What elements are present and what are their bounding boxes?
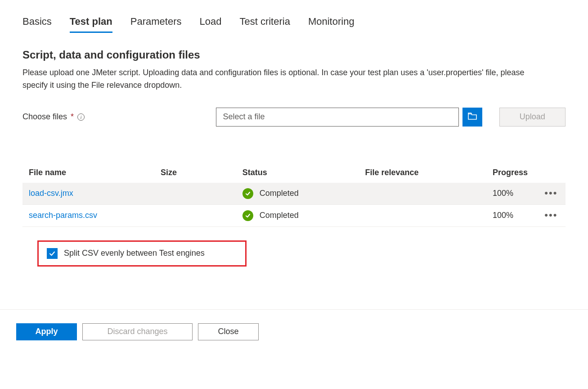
- status-text: Completed: [260, 211, 299, 220]
- file-relevance-cell: [359, 204, 479, 226]
- col-header-size[interactable]: Size: [154, 163, 236, 183]
- apply-button[interactable]: Apply: [16, 323, 77, 340]
- tab-test-criteria[interactable]: Test criteria: [239, 16, 290, 33]
- footer-actions: Apply Discard changes Close: [0, 310, 588, 354]
- folder-icon: [468, 112, 477, 122]
- info-icon[interactable]: i: [77, 113, 85, 121]
- file-link[interactable]: load-csv.jmx: [29, 189, 73, 198]
- split-csv-checkbox[interactable]: [47, 248, 58, 259]
- more-actions-button[interactable]: •••: [544, 187, 557, 199]
- table-header-row: File name Size Status File relevance Pro…: [22, 163, 566, 183]
- tab-load[interactable]: Load: [199, 16, 221, 33]
- col-header-actions: [538, 163, 566, 183]
- tab-basics[interactable]: Basics: [22, 16, 52, 33]
- col-header-status[interactable]: Status: [236, 163, 359, 183]
- file-size: [154, 183, 236, 205]
- split-csv-highlight: Split CSV evenly between Test engines: [37, 240, 247, 267]
- file-select-input[interactable]: [216, 108, 459, 127]
- status-cell: Completed: [242, 188, 299, 199]
- check-circle-icon: [242, 210, 253, 221]
- file-size: [154, 204, 236, 226]
- table-row: load-csv.jmx Completed 100% •••: [22, 183, 566, 205]
- upload-button: Upload: [499, 108, 566, 127]
- col-header-progress[interactable]: Progress: [479, 163, 538, 183]
- col-header-file-relevance[interactable]: File relevance: [359, 163, 479, 183]
- progress-cell: 100%: [479, 183, 538, 205]
- choose-files-label: Choose files * i: [22, 112, 212, 122]
- more-actions-button[interactable]: •••: [544, 209, 557, 221]
- split-csv-label: Split CSV evenly between Test engines: [64, 249, 205, 258]
- table-row: search-params.csv Completed 100% •••: [22, 204, 566, 226]
- required-asterisk: *: [71, 112, 74, 122]
- tabs-bar: Basics Test plan Parameters Load Test cr…: [0, 0, 588, 33]
- col-header-filename[interactable]: File name: [22, 163, 154, 183]
- files-table: File name Size Status File relevance Pro…: [22, 163, 566, 227]
- file-relevance-cell: [359, 183, 479, 205]
- close-button[interactable]: Close: [198, 323, 259, 340]
- check-circle-icon: [242, 188, 253, 199]
- status-cell: Completed: [242, 210, 299, 221]
- section-description: Please upload one JMeter script. Uploadi…: [22, 67, 549, 92]
- choose-files-label-text: Choose files: [22, 112, 67, 122]
- tab-test-plan[interactable]: Test plan: [70, 16, 112, 33]
- tab-monitoring[interactable]: Monitoring: [308, 16, 355, 33]
- progress-cell: 100%: [479, 204, 538, 226]
- section-title: Script, data and configuration files: [22, 49, 566, 61]
- browse-button[interactable]: [462, 108, 482, 127]
- status-text: Completed: [260, 189, 299, 198]
- file-link[interactable]: search-params.csv: [29, 211, 97, 220]
- discard-changes-button: Discard changes: [82, 323, 193, 340]
- tab-parameters[interactable]: Parameters: [130, 16, 182, 33]
- choose-files-row: Choose files * i Upload: [22, 108, 566, 127]
